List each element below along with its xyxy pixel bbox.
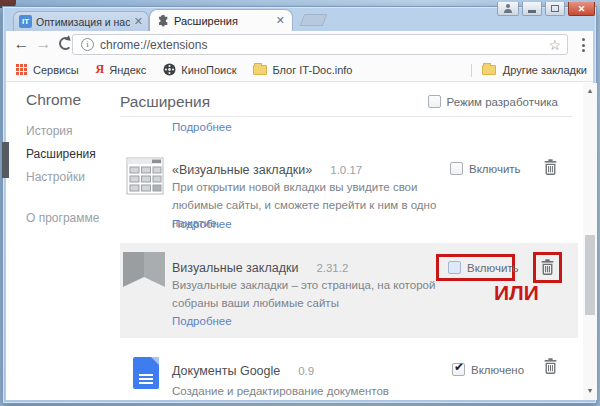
bookmark-kinopoisk[interactable]: КиноПоиск [163, 63, 236, 76]
enable-checkbox[interactable] [448, 261, 461, 274]
page-info-icon[interactable]: i [81, 38, 94, 51]
window-controls: ✕ [497, 2, 595, 16]
url-text[interactable]: chrome://extensions [100, 38, 207, 52]
sidebar-item-settings[interactable]: Настройки [26, 170, 85, 184]
bookmarks-bar: Сервисы Я Яндекс КиноПоиск Блог IT-Doc.i… [6, 58, 593, 82]
bookmarks-divider [471, 64, 472, 77]
person-icon [503, 4, 513, 13]
yandex-icon: Я [96, 62, 105, 77]
folder-icon [482, 65, 496, 75]
bookmark-yandex[interactable]: Я Яндекс [96, 62, 147, 77]
sidebar-item-extensions[interactable]: Расширения [26, 147, 96, 161]
forward-button[interactable]: → [33, 33, 54, 55]
browser-window: IT Оптимизация и настро ✕ Расширения ✕ ✕… [2, 6, 597, 404]
scroll-down-icon[interactable]: ▼ [583, 385, 597, 397]
film-reel-icon [163, 63, 176, 76]
annotation-or-label: ИЛИ [494, 281, 539, 305]
tab-title: Оптимизация и настро [36, 16, 130, 28]
tab-title: Расширения [174, 15, 272, 27]
extension-version: 0.9 [298, 365, 314, 377]
enable-label: Включить [467, 262, 519, 274]
bookmark-ribbon-icon [123, 252, 165, 288]
scroll-up-icon[interactable]: ▲ [583, 85, 597, 97]
enable-checkbox[interactable] [450, 162, 463, 175]
header-divider [120, 116, 572, 117]
trash-icon[interactable] [543, 357, 558, 374]
developer-mode-checkbox[interactable] [428, 95, 441, 108]
close-button[interactable]: ✕ [568, 2, 595, 16]
profile-button[interactable] [497, 2, 519, 16]
address-bar[interactable]: i chrome://extensions ☆ [72, 34, 568, 55]
trash-icon[interactable] [543, 158, 558, 175]
extension-version: 1.0.17 [330, 164, 362, 176]
enable-label: Включено [471, 364, 524, 376]
tab-optimization[interactable]: IT Оптимизация и настро ✕ [13, 11, 149, 31]
minimize-icon [528, 10, 536, 13]
back-button[interactable]: ← [11, 33, 32, 55]
sidebar-item-about[interactable]: О программе [26, 211, 99, 225]
developer-mode-label: Режим разработчика [447, 96, 558, 108]
bookmark-label: Блог IT-Doc.info [272, 64, 352, 76]
left-edge-artifact [2, 142, 9, 178]
details-link[interactable]: Подробнее [172, 218, 232, 230]
details-link[interactable]: Подробнее [172, 315, 232, 327]
extension-description: Создание и редактирование документов [172, 382, 472, 400]
page-scrollbar[interactable]: ▲ ▼ [583, 83, 597, 400]
puzzle-icon [157, 14, 170, 27]
extension-row: «Визуальные закладки»1.0.17 При открытии… [120, 149, 578, 243]
google-docs-icon [133, 357, 159, 389]
enable-label: Включить [469, 163, 521, 175]
site-favicon: IT [19, 15, 32, 28]
tab-close-icon[interactable]: ✕ [134, 16, 143, 27]
new-tab-button[interactable] [300, 14, 328, 26]
extension-version: 2.31.2 [316, 262, 348, 274]
apps-grid-icon [16, 64, 28, 76]
folder-icon [253, 65, 267, 75]
bookmark-label: Яндекс [109, 64, 146, 76]
extension-row: Документы Google0.9 Создание и редактиро… [120, 338, 578, 401]
maximize-icon [551, 5, 559, 12]
extension-name: Документы Google [172, 364, 280, 378]
other-bookmarks-button[interactable]: Другие закладки [503, 64, 587, 76]
minimize-button[interactable] [522, 2, 542, 16]
scrollbar-thumb[interactable] [585, 235, 595, 315]
chrome-menu-title: Chrome [26, 91, 81, 109]
extension-name: Визуальные закладки [172, 261, 298, 275]
sidebar-item-history[interactable]: История [26, 124, 73, 138]
tab-extensions[interactable]: Расширения ✕ [149, 9, 293, 31]
page-title: Расширения [120, 93, 210, 111]
trash-icon[interactable] [540, 258, 555, 275]
enable-control: Включить [448, 261, 519, 274]
browser-toolbar: ← → i chrome://extensions ☆ [6, 31, 593, 58]
speed-dial-icon [126, 157, 164, 195]
bookmark-label: КиноПоиск [181, 64, 236, 76]
enable-control: Включить [450, 162, 521, 175]
bookmark-label: Сервисы [33, 64, 79, 76]
extension-name: «Визуальные закладки» [172, 163, 312, 177]
bookmark-services[interactable]: Сервисы [16, 64, 79, 76]
bookmark-star-icon[interactable]: ☆ [548, 38, 561, 52]
enabled-checkbox-checked[interactable]: ✔ [452, 363, 465, 376]
tab-close-icon[interactable]: ✕ [276, 15, 285, 26]
extension-row-highlighted: Визуальные закладки2.31.2 Визуальные зак… [120, 243, 578, 338]
maximize-button[interactable] [545, 2, 565, 16]
reload-button[interactable] [59, 37, 72, 50]
bookmark-folder-blog[interactable]: Блог IT-Doc.info [253, 64, 352, 76]
extension-description: Визуальные закладки – это страница, на к… [172, 276, 472, 312]
enable-control: ✔ Включено [452, 363, 524, 376]
details-link[interactable]: Подробнее [172, 121, 232, 133]
developer-mode-control: Режим разработчика [428, 95, 558, 108]
extensions-page: Chrome История Расширения Настройки О пр… [6, 83, 593, 400]
browser-menu-button[interactable] [578, 36, 588, 54]
